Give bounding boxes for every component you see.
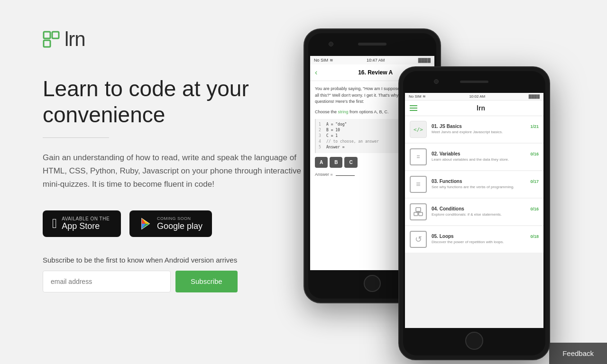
course-name-3: 03. Functions [432, 179, 462, 184]
course-info-1: 01. JS Basics 1/21 Meet Jarvis and explo… [432, 124, 539, 135]
course-progress-3: 0/17 [530, 179, 539, 184]
course-item-3[interactable]: ≡ 03. Functions 0/17 See why functions a… [405, 171, 543, 198]
app-buttons:  Available on the App Store COMING SOON… [43, 210, 318, 237]
course-info-3: 03. Functions 0/17 See why functions are… [432, 179, 539, 190]
course-title-row-2: 02. Variables 0/16 [432, 151, 539, 156]
logo-icon [43, 31, 60, 48]
string-highlight: string [338, 109, 349, 114]
app-store-button[interactable]:  Available on the App Store [43, 210, 121, 237]
svg-rect-8 [416, 208, 421, 211]
email-input[interactable] [43, 271, 171, 292]
svg-rect-0 [44, 32, 50, 38]
svg-rect-10 [419, 212, 423, 216]
phone-back-speaker [358, 43, 386, 46]
phone-back-home [364, 275, 381, 292]
course-icon-3: ≡ [410, 176, 427, 193]
course-list: </> 01. JS Basics 1/21 Meet Jarvis and e… [405, 116, 543, 253]
course-item-1[interactable]: </> 01. JS Basics 1/21 Meet Jarvis and e… [405, 116, 543, 143]
front-carrier: No SIM ≋ [409, 94, 426, 99]
google-play-name: Google play [157, 221, 202, 231]
option-a[interactable]: A [315, 157, 328, 168]
hero-description: Gain an understanding of how to read, wr… [43, 151, 318, 191]
hamburger-line-2 [410, 108, 417, 109]
hamburger-line-1 [410, 105, 417, 106]
option-b[interactable]: B [330, 157, 342, 168]
front-header-title: lrn [423, 104, 539, 112]
hamburger-line-3 [410, 110, 417, 111]
back-time: 10:47 AM [367, 58, 385, 63]
front-time: 10:02 AM [469, 94, 485, 99]
svg-rect-1 [52, 32, 59, 38]
logo-container: lrn [43, 28, 85, 51]
front-status-bar: No SIM ≋ 10:02 AM ▓▓▓▓ [405, 93, 543, 100]
course-title-row-3: 03. Functions 0/17 [432, 179, 539, 184]
course-title-row-5: 05. Loops 0/18 [432, 234, 539, 239]
feedback-button[interactable]: Feedback [549, 343, 607, 364]
google-play-button[interactable]: COMING SOON Google play [129, 210, 212, 237]
phone-front-inner: No SIM ≋ 10:02 AM ▓▓▓▓ lrn </> [403, 71, 545, 355]
back-arrow-icon: ‹ [315, 68, 317, 77]
google-play-icon [139, 217, 152, 230]
front-battery: ▓▓▓▓ [529, 94, 540, 99]
hero-title: Learn to code at your convenience [43, 76, 318, 128]
course-title-row-1: 01. JS Basics 1/21 [432, 124, 539, 129]
back-carrier: No SIM ≋ [314, 58, 333, 63]
coming-soon-label: COMING SOON [157, 216, 202, 221]
phone-front-speaker [460, 81, 488, 83]
course-icon-1: </> [410, 121, 427, 138]
phone-front: No SIM ≋ 10:02 AM ▓▓▓▓ lrn </> [398, 66, 550, 360]
front-header: lrn [405, 100, 543, 116]
phone-back-camera [329, 42, 333, 46]
course-icon-5: ↺ [410, 231, 427, 248]
course-desc-1: Meet Jarvis and explore Javascript basic… [432, 130, 539, 135]
course-progress-5: 0/18 [530, 234, 539, 239]
apple-icon:  [52, 217, 57, 230]
hero-divider [43, 137, 109, 138]
course-info-5: 05. Loops 0/18 Discover the power of rep… [432, 234, 539, 245]
phones-container: No SIM ≋ 10:47 AM ▓▓▓▓ ‹ 16. Review A Yo… [304, 28, 588, 351]
svg-rect-2 [44, 40, 50, 47]
course-name-5: 05. Loops [432, 234, 454, 239]
hero-section: Learn to code at your convenience Gain a… [43, 76, 318, 292]
phone-front-camera [434, 79, 439, 84]
google-play-text: COMING SOON Google play [157, 216, 202, 231]
logo-text: lrn [64, 28, 85, 51]
subscribe-form: Subscribe [43, 271, 318, 292]
course-icon-2: = [410, 148, 427, 165]
course-name-2: 02. Variables [432, 151, 460, 156]
course-progress-4: 0/16 [530, 207, 539, 211]
course-title-row-4: 04. Conditions 0/16 [432, 206, 539, 211]
app-store-name: App Store [62, 221, 110, 231]
course-info-2: 02. Variables 0/16 Learn about variables… [432, 151, 539, 162]
subscribe-label: Subscribe to be the first to know when A… [43, 256, 318, 264]
course-item-2[interactable]: = 02. Variables 0/16 Learn about variabl… [405, 144, 543, 170]
course-desc-4: Explore conditionals: if & else statemen… [432, 212, 539, 217]
app-store-label: Available on the [62, 216, 110, 221]
hamburger-icon[interactable] [410, 105, 417, 111]
conditions-icon-svg [414, 207, 423, 217]
back-status-bar: No SIM ≋ 10:47 AM ▓▓▓▓ [310, 56, 434, 64]
course-info-4: 04. Conditions 0/16 Explore conditionals… [432, 206, 539, 217]
course-item-4[interactable]: 04. Conditions 0/16 Explore conditionals… [405, 199, 543, 225]
back-battery: ▓▓▓▓ [418, 58, 431, 63]
course-item-5[interactable]: ↺ 05. Loops 0/18 Discover the power of r… [405, 226, 543, 253]
phone-front-home [465, 332, 483, 350]
svg-rect-9 [414, 212, 418, 216]
app-store-text: Available on the App Store [62, 216, 110, 231]
course-icon-4 [410, 203, 427, 220]
subscribe-button[interactable]: Subscribe [175, 271, 238, 292]
course-desc-5: Discover the power of repetition with lo… [432, 240, 539, 245]
option-c[interactable]: C [344, 157, 357, 168]
phone-front-screen: No SIM ≋ 10:02 AM ▓▓▓▓ lrn </> [405, 93, 543, 328]
course-desc-2: Learn about variables and the data they … [432, 157, 539, 162]
course-progress-2: 0/16 [530, 152, 539, 156]
course-name-1: 01. JS Basics [432, 124, 462, 129]
course-progress-1: 1/21 [530, 124, 539, 129]
course-desc-3: See why functions are the verbs of progr… [432, 185, 539, 190]
course-name-4: 04. Conditions [432, 206, 464, 211]
